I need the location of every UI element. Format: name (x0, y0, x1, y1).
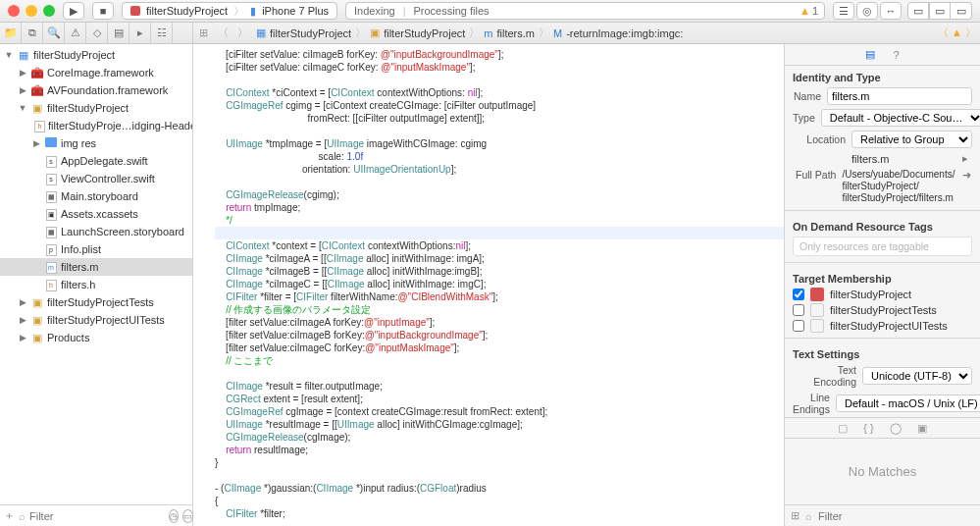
project-navigator-tab[interactable]: 📁 (0, 23, 22, 43)
assistant-editor-button[interactable]: ◎ (856, 2, 878, 20)
folder-icon: 📁 (4, 26, 18, 39)
file-warning-indicator[interactable]: 〈 ▲ 〉 (938, 26, 976, 40)
toggle-debug-area-button[interactable]: ▭ (929, 2, 951, 20)
location-sub-label: filters.m (851, 153, 953, 165)
add-button[interactable]: ＋ (4, 508, 15, 523)
name-label: Name (793, 90, 821, 102)
assistant-editor-icon: ◎ (862, 5, 872, 18)
tests-icon: ◇ (93, 26, 101, 39)
line-endings-label: Line Endings (793, 392, 830, 415)
target-checkbox[interactable] (793, 304, 804, 316)
breadcrumb-icon: m (484, 27, 492, 39)
test-icon (810, 319, 824, 333)
right-panel-icon: ▭ (956, 5, 966, 18)
minimize-window-button[interactable] (26, 5, 37, 17)
standard-editor-button[interactable]: ☰ (833, 2, 854, 20)
breadcrumb-item[interactable]: filterStudyProject (270, 27, 351, 39)
folder-item[interactable]: ▶img res (0, 134, 192, 152)
find-navigator-tab[interactable]: 🔍 (43, 23, 65, 43)
project-root[interactable]: ▼▦filterStudyProject (0, 46, 192, 64)
target-label: filterStudyProjectTests (830, 304, 937, 316)
encoding-select[interactable]: Unicode (UTF-8) (862, 367, 972, 385)
search-icon: 🔍 (47, 26, 61, 39)
group-item[interactable]: ▶▣filterStudyProjectTests (0, 293, 192, 311)
file-name-input[interactable] (827, 87, 972, 105)
chevron-left-icon: 〈 (218, 26, 229, 40)
folder-icon (45, 137, 57, 147)
scheme-selector[interactable]: filterStudyProject 〉 ▮ iPhone 7 Plus (122, 2, 337, 20)
version-editor-button[interactable]: ↔ (880, 2, 902, 20)
debug-navigator-tab[interactable]: ▤ (108, 23, 129, 43)
scm-filter-button[interactable]: ▭ (182, 509, 193, 523)
bottom-panel-icon: ▭ (935, 5, 945, 18)
related-items-button[interactable]: ⊞ (193, 23, 213, 43)
breadcrumb-icon: ▣ (370, 26, 380, 39)
file-item[interactable]: hfilters.h (0, 276, 192, 293)
device-icon: ▮ (250, 5, 256, 18)
odr-section-title: On Demand Resource Tags (785, 215, 980, 235)
quick-help-tab[interactable]: ? (893, 49, 899, 61)
source-editor: [ciFilter setValue: ciImageB forKey: @"i… (193, 44, 784, 526)
go-back-button[interactable]: 〈 (213, 23, 232, 43)
scheme-device-label: iPhone 7 Plus (262, 5, 329, 17)
chevron-right-icon: 〉 (237, 26, 248, 40)
file-type-select[interactable]: Default - Objective-C Sou… (821, 109, 980, 127)
breadcrumb-item[interactable]: filters.m (496, 27, 535, 39)
activity-right: Processing files (414, 5, 490, 17)
issue-navigator-tab[interactable]: ⚠ (65, 23, 86, 43)
library-filter-input[interactable] (818, 510, 974, 522)
breadcrumb-item[interactable]: filterStudyProject (384, 27, 465, 39)
warning-icon: ▲ (799, 5, 810, 17)
library-snippets-tab[interactable]: { } (863, 422, 873, 434)
test-icon (810, 303, 824, 317)
file-item[interactable]: ▣Assets.xcassets (0, 205, 192, 223)
breadcrumb-icon: ▦ (256, 26, 266, 39)
recent-filter-button[interactable]: ◷ (169, 509, 179, 523)
target-checkbox[interactable] (793, 289, 804, 300)
file-item[interactable]: pInfo.plist (0, 240, 192, 258)
report-icon: ☷ (157, 26, 167, 39)
toggle-navigator-button[interactable]: ▭ (907, 2, 929, 20)
scheme-project-label: filterStudyProject (146, 5, 228, 17)
file-item[interactable]: sAppDelegate.swift (0, 152, 192, 170)
target-section-title: Target Membership (785, 267, 980, 287)
library-files-tab[interactable]: ▢ (838, 422, 848, 435)
target-checkbox[interactable] (793, 320, 804, 332)
fullpath-arrow-button[interactable]: ➜ (960, 169, 972, 182)
file-item[interactable]: ▦LaunchScreen.storyboard (0, 223, 192, 240)
group-item[interactable]: ▶▣filterStudyProjectUITests (0, 311, 192, 329)
run-button[interactable]: ▶ (63, 2, 84, 20)
file-inspector-tab[interactable]: ▤ (865, 48, 875, 61)
type-label: Type (793, 112, 815, 124)
zoom-window-button[interactable] (43, 5, 55, 17)
report-navigator-tab[interactable]: ☷ (151, 23, 173, 43)
activity-viewer: Indexing | Processing files ▲1 (345, 2, 825, 20)
main-toolbar: ▶ ■ filterStudyProject 〉 ▮ iPhone 7 Plus… (0, 0, 980, 23)
location-select[interactable]: Relative to Group (851, 131, 972, 148)
file-item-selected[interactable]: mfilters.m (0, 258, 192, 276)
navigator-filter-input[interactable] (29, 510, 165, 522)
group-item[interactable]: ▼▣filterStudyProject (0, 99, 192, 117)
file-item[interactable]: ▦Main.storyboard (0, 187, 192, 205)
file-item[interactable]: hfilterStudyProje…idging-Header.h (0, 117, 192, 134)
go-forward-button[interactable]: 〉 (232, 23, 252, 43)
toggle-inspector-button[interactable]: ▭ (951, 2, 972, 20)
close-window-button[interactable] (8, 5, 20, 17)
library-view-mode-button[interactable]: ⊞ (791, 509, 799, 522)
stop-button[interactable]: ■ (92, 2, 114, 20)
reveal-in-finder-button[interactable]: ▸ (958, 152, 972, 165)
source-editor-body[interactable]: [ciFilter setValue: ciImageB forKey: @"i… (193, 44, 784, 526)
source-control-navigator-tab[interactable]: ⧉ (22, 23, 43, 43)
breadcrumb-item[interactable]: -returnImage:imgb:imgc: (566, 27, 683, 39)
library-objects-tab[interactable]: ◯ (890, 422, 902, 435)
file-item[interactable]: sViewController.swift (0, 170, 192, 187)
line-endings-select[interactable]: Default - macOS / Unix (LF) (836, 394, 980, 412)
group-item[interactable]: ▶▣Products (0, 329, 192, 346)
project-navigator: ▼▦filterStudyProject ▶🧰CoreImage.framewo… (0, 44, 193, 526)
library-media-tab[interactable]: ▣ (917, 422, 927, 435)
framework-item[interactable]: ▶🧰AVFoundation.framework (0, 81, 192, 99)
test-navigator-tab[interactable]: ◇ (86, 23, 108, 43)
issue-indicator[interactable]: ▲1 (799, 5, 818, 17)
framework-item[interactable]: ▶🧰CoreImage.framework (0, 64, 192, 81)
breakpoint-navigator-tab[interactable]: ▸ (129, 23, 151, 43)
